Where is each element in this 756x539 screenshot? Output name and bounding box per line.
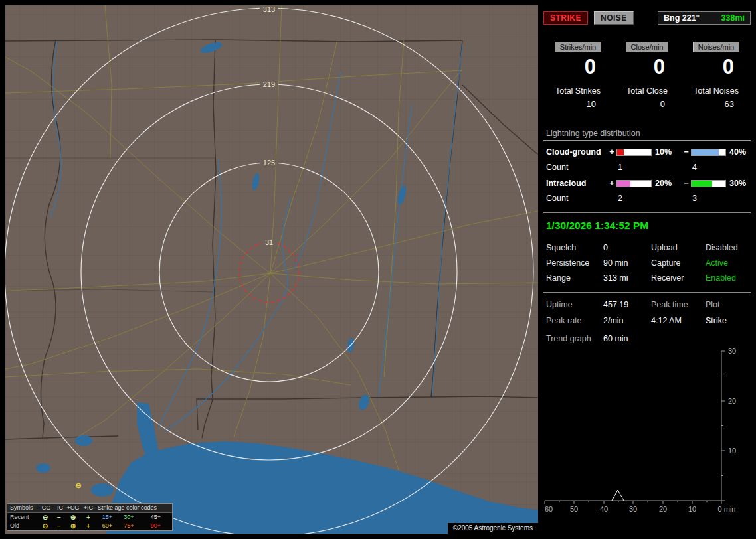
pos-ic-header: +IC bbox=[80, 504, 96, 512]
ic-positive-bar-fill bbox=[617, 181, 630, 187]
svg-text:50: 50 bbox=[570, 505, 578, 513]
minus-sign: − bbox=[682, 179, 691, 188]
noises-column: Noises/min 0 Total Noises 63 bbox=[682, 42, 751, 109]
cg-negative-pct: 40% bbox=[729, 147, 756, 157]
intracloud-label: Intracloud bbox=[546, 179, 607, 188]
count-label: Count bbox=[546, 163, 607, 172]
age-45: 45+ bbox=[140, 513, 172, 522]
settings-grid: Squelch 0 Upload Disabled Persistence 90… bbox=[543, 243, 751, 283]
pos-cg-header: +CG bbox=[66, 504, 80, 512]
neg-ic-icon: − bbox=[52, 522, 66, 530]
date-time-display: 1/30/2026 1:34:52 PM bbox=[543, 213, 751, 232]
total-close-label: Total Close bbox=[613, 86, 682, 96]
ic-negative-pct: 30% bbox=[729, 179, 756, 188]
trend-spike bbox=[612, 490, 624, 501]
copyright-text: ©2005 Astrogenic Systems bbox=[448, 523, 538, 534]
neg-cg-header: -CG bbox=[38, 504, 52, 512]
distribution-section: Lightning type distribution Cloud-ground… bbox=[543, 129, 751, 203]
persistence-label: Persistence bbox=[546, 258, 603, 268]
capture-label: Capture bbox=[651, 258, 706, 268]
bearing-label: Bng 221° bbox=[664, 13, 700, 23]
strike-symbol: ⊖ bbox=[75, 481, 81, 489]
age-90: 90+ bbox=[140, 522, 172, 530]
cloud-ground-label: Cloud-ground bbox=[546, 147, 607, 157]
old-label: Old bbox=[7, 522, 38, 530]
close-per-min-value: 0 bbox=[613, 56, 682, 77]
pos-cg-icon: ⊕ bbox=[66, 513, 80, 522]
squelch-label: Squelch bbox=[546, 243, 603, 252]
cloud-ground-row: Cloud-ground + 10% − 40% bbox=[543, 147, 751, 157]
total-close-value: 0 bbox=[613, 99, 682, 109]
total-noises-label: Total Noises bbox=[682, 86, 751, 96]
neg-cg-icon: ⊖ bbox=[38, 513, 52, 522]
legend-old-row: Old ⊖ − ⊕ + 60+ 75+ 90+ bbox=[7, 522, 172, 530]
strike-indicator-button[interactable]: STRIKE bbox=[543, 11, 588, 25]
upload-status: Disabled bbox=[706, 243, 751, 252]
cloud-ground-count-row: Count 1 4 bbox=[543, 163, 751, 172]
nexstorm-window: 313 219 125 31 ⊖ Symbols -CG -IC +CG +IC… bbox=[0, 0, 756, 539]
pos-ic-icon: + bbox=[80, 522, 96, 530]
ic-positive-pct: 20% bbox=[655, 179, 682, 188]
uptime-label: Uptime bbox=[546, 300, 603, 309]
status-panel: STRIKE NOISE Bng 221° 338mi Strikes/min … bbox=[543, 5, 751, 534]
close-column: Close/min 0 Total Close 0 bbox=[613, 42, 682, 109]
divider bbox=[543, 292, 751, 293]
cg-positive-bar-fill bbox=[617, 149, 624, 155]
ic-negative-count: 3 bbox=[691, 194, 729, 203]
squelch-value: 0 bbox=[603, 243, 651, 252]
map-legend: Symbols -CG -IC +CG +IC Strike age color… bbox=[7, 503, 173, 531]
svg-text:20: 20 bbox=[728, 397, 736, 405]
svg-text:20: 20 bbox=[659, 505, 667, 513]
minus-sign: − bbox=[682, 147, 691, 157]
strike-map[interactable]: 313 219 125 31 ⊖ Symbols -CG -IC +CG +IC… bbox=[5, 5, 538, 534]
svg-text:30: 30 bbox=[629, 505, 637, 513]
cg-negative-count: 4 bbox=[691, 163, 729, 172]
strikes-column: Strikes/min 0 Total Strikes 10 bbox=[543, 42, 613, 109]
strikes-per-min-badge: Strikes/min bbox=[555, 42, 601, 52]
svg-text:10: 10 bbox=[688, 505, 696, 513]
trend-axes bbox=[545, 351, 725, 504]
bearing-distance: 338mi bbox=[721, 13, 745, 23]
upload-label: Upload bbox=[651, 243, 706, 252]
neg-ic-icon: − bbox=[52, 513, 66, 522]
ic-positive-count: 2 bbox=[616, 194, 655, 203]
age-15: 15+ bbox=[96, 513, 118, 522]
peak-time-label: Peak time bbox=[651, 300, 706, 309]
noises-per-min-value: 0 bbox=[682, 56, 751, 77]
noises-per-min-badge: Noises/min bbox=[693, 42, 739, 52]
legend-recent-row: Recent ⊖ − ⊕ + 15+ 30+ 45+ bbox=[7, 513, 172, 522]
svg-text:313: 313 bbox=[263, 5, 275, 13]
ic-negative-bar-fill bbox=[692, 181, 712, 187]
strikes-per-min-value: 0 bbox=[543, 56, 613, 77]
total-strikes-label: Total Strikes bbox=[543, 86, 613, 96]
bearing-display: Bng 221° 338mi bbox=[658, 11, 751, 25]
svg-text:60: 60 bbox=[545, 505, 553, 513]
age-codes-header: Strike age color codes bbox=[96, 504, 172, 512]
svg-text:40: 40 bbox=[600, 505, 608, 513]
legend-header: Symbols -CG -IC +CG +IC Strike age color… bbox=[7, 504, 172, 513]
trend-graph: 30 20 10 60 50 40 30 20 10 0 min bbox=[543, 346, 751, 520]
peak-rate-value: 2/min bbox=[603, 316, 651, 325]
neg-ic-header: -IC bbox=[52, 504, 66, 512]
svg-text:125: 125 bbox=[263, 159, 275, 167]
count-label: Count bbox=[546, 194, 607, 203]
age-75: 75+ bbox=[118, 522, 140, 530]
noise-indicator-button[interactable]: NOISE bbox=[594, 11, 634, 25]
svg-text:0 min: 0 min bbox=[718, 505, 736, 513]
rate-section: Strikes/min 0 Total Strikes 10 Close/min… bbox=[543, 42, 751, 109]
peak-rate-label: Peak rate bbox=[546, 316, 603, 325]
trend-graph-window: 60 min bbox=[603, 334, 751, 343]
age-60: 60+ bbox=[96, 522, 118, 530]
receiver-status: Enabled bbox=[706, 273, 751, 283]
trend-x-labels: 60 50 40 30 20 10 0 min bbox=[545, 505, 736, 513]
pos-ic-icon: + bbox=[80, 513, 96, 522]
intracloud-row: Intracloud + 20% − 30% bbox=[543, 179, 751, 188]
map-display[interactable]: 313 219 125 31 ⊖ bbox=[5, 5, 538, 534]
cg-positive-bar bbox=[616, 149, 652, 156]
cg-positive-pct: 10% bbox=[655, 147, 682, 157]
uptime-value: 457:19 bbox=[603, 300, 651, 309]
cg-positive-count: 1 bbox=[616, 163, 655, 172]
svg-text:10: 10 bbox=[728, 447, 736, 455]
svg-text:30: 30 bbox=[728, 347, 736, 355]
plot-label: Plot bbox=[706, 300, 751, 309]
